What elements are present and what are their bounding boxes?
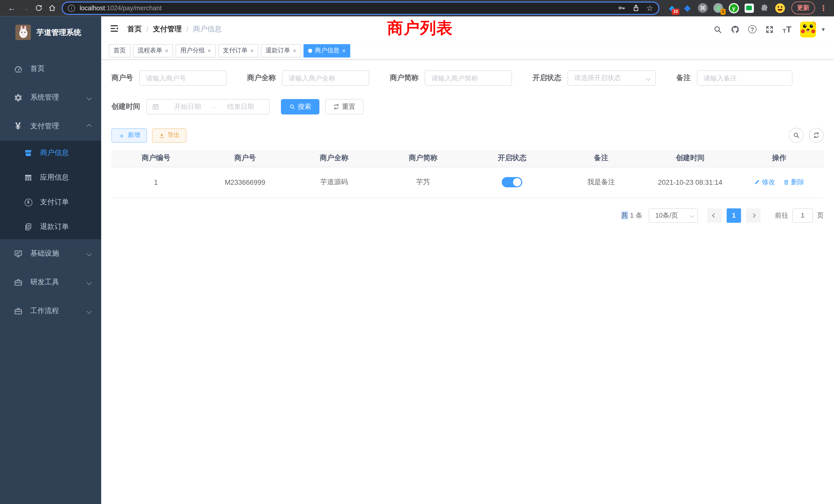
tab-merchant-info[interactable]: 商户信息× xyxy=(304,44,350,57)
extension-badge: 10 xyxy=(672,9,679,15)
search-button[interactable]: 搜索 xyxy=(281,99,320,114)
close-icon[interactable]: × xyxy=(207,47,211,54)
app-header: 首页 / 支付管理 / 商户信息 ? TT ▼ xyxy=(101,17,834,42)
add-button[interactable]: ＋新增 xyxy=(111,128,147,142)
active-dot xyxy=(308,48,312,53)
status-toggle[interactable] xyxy=(502,177,522,187)
browser-profile-avatar[interactable] xyxy=(774,3,785,13)
full-name-label: 商户全称 xyxy=(247,73,276,83)
extension-blue-diamond-icon[interactable]: ◆10 xyxy=(666,3,677,13)
chevron-up-icon xyxy=(87,124,92,129)
cell-remark: 我是备注 xyxy=(557,167,646,198)
caret-down-icon[interactable]: ▼ xyxy=(821,26,826,32)
browser-menu-icon[interactable]: ⋮ xyxy=(818,3,829,13)
tab-home[interactable]: 首页 xyxy=(109,44,130,57)
header-status: 开启状态 xyxy=(467,150,557,167)
grid-icon xyxy=(23,174,34,182)
sidebar-item-merchant-info[interactable]: 商户信息 xyxy=(0,141,101,165)
sidebar-item-app-info[interactable]: 应用信息 xyxy=(0,165,101,190)
close-icon[interactable]: × xyxy=(293,47,296,54)
download-icon xyxy=(159,132,165,138)
breadcrumb-payment[interactable]: 支付管理 xyxy=(153,25,182,34)
help-icon[interactable]: ? xyxy=(748,25,756,33)
prev-page-button[interactable] xyxy=(707,208,722,223)
tab-process-form[interactable]: 流程表单× xyxy=(133,44,173,57)
cell-create-time: 2021-10-23 08:31:14 xyxy=(646,167,735,198)
current-page-button[interactable]: 1 xyxy=(727,208,741,223)
header-actions: ? TT ▼ xyxy=(713,21,826,37)
sidebar-item-system[interactable]: 系统管理 xyxy=(0,83,101,112)
create-time-range-input[interactable]: 开始日期 - 结束日期 xyxy=(146,99,270,114)
close-icon[interactable]: × xyxy=(250,47,254,54)
close-icon[interactable]: × xyxy=(342,47,346,54)
url-text: localhost:1024/pay/merchant xyxy=(80,4,617,12)
sidebar-logo[interactable]: 芋道管理系统 xyxy=(0,17,101,48)
sidebar-item-dev-tools[interactable]: 研发工具 xyxy=(0,268,101,297)
delete-link[interactable]: 删除 xyxy=(783,178,804,187)
gear-icon xyxy=(12,93,24,102)
toggle-search-button[interactable] xyxy=(789,128,804,143)
sidebar-collapse-icon[interactable] xyxy=(109,23,119,35)
annotation-title: 商户列表 xyxy=(387,18,453,39)
refresh-table-button[interactable] xyxy=(809,128,824,143)
page-content: 商户号 商户全称 商户简称 开启状态 请选择开启状态 xyxy=(101,60,834,504)
fullscreen-icon[interactable] xyxy=(765,25,774,33)
reset-button[interactable]: 重置 xyxy=(325,99,364,114)
font-size-icon[interactable]: TT xyxy=(783,25,791,33)
github-icon[interactable] xyxy=(731,25,740,33)
edit-link[interactable]: 修改 xyxy=(754,178,775,187)
tab-refund-order[interactable]: 退款订单× xyxy=(261,44,301,57)
site-info-icon[interactable]: i xyxy=(68,4,75,12)
goto-label: 前往 xyxy=(775,211,788,220)
breadcrumb-home[interactable]: 首页 xyxy=(127,25,142,34)
chevron-down-icon xyxy=(87,280,92,285)
plus-icon: ＋ xyxy=(118,132,125,139)
extension-kite-icon[interactable]: ◆ xyxy=(682,3,693,13)
chevron-down-icon xyxy=(646,75,651,81)
extension-y-icon[interactable]: y xyxy=(728,3,739,13)
sidebar-item-home[interactable]: 首页 xyxy=(0,54,101,83)
remark-input[interactable] xyxy=(697,70,792,86)
status-select[interactable]: 请选择开启状态 xyxy=(568,70,656,86)
sidebar-item-pay-order[interactable]: ¥ 支付订单 xyxy=(0,190,101,214)
next-page-button[interactable] xyxy=(746,208,761,223)
bookmark-star-icon[interactable]: ☆ xyxy=(646,4,653,12)
address-bar[interactable]: i localhost:1024/pay/merchant ☆ xyxy=(62,1,659,15)
toolbox-icon xyxy=(12,278,24,287)
browser-home-button[interactable] xyxy=(45,1,59,15)
browser-reload-button[interactable] xyxy=(32,1,45,15)
browser-back-button[interactable]: ← xyxy=(5,1,19,15)
sidebar-item-refund-order[interactable]: 退款订单 xyxy=(0,214,101,239)
export-button[interactable]: 导出 xyxy=(152,128,186,142)
status-label: 开启状态 xyxy=(532,73,561,83)
dashboard-icon xyxy=(12,64,24,73)
screen: ← → i localhost:1024/pay/merchant ☆ ◆10 … xyxy=(0,0,834,504)
chevron-down-icon xyxy=(87,308,92,314)
merchant-no-input[interactable] xyxy=(139,70,226,86)
extensions-puzzle-icon[interactable] xyxy=(759,3,770,13)
share-icon[interactable] xyxy=(632,4,640,12)
tab-pay-order[interactable]: 支付订单× xyxy=(218,44,258,57)
header-actions: 操作 xyxy=(734,150,824,167)
close-icon[interactable]: × xyxy=(165,47,169,54)
short-name-input[interactable] xyxy=(425,70,512,86)
goto-page-input[interactable] xyxy=(792,208,813,223)
extension-command-icon[interactable]: ⌘ xyxy=(697,3,708,13)
browser-update-button[interactable]: 更新 xyxy=(791,2,815,14)
sidebar-item-payment[interactable]: ¥ 支付管理 xyxy=(0,112,101,141)
page-size-select[interactable]: 10条/页 xyxy=(649,208,698,223)
extension-chat-icon[interactable] xyxy=(744,3,754,13)
logo-bunny-image xyxy=(16,25,31,40)
search-icon xyxy=(793,132,799,139)
browser-forward-button[interactable]: → xyxy=(19,1,32,15)
sidebar-item-infrastructure[interactable]: 基础设施 xyxy=(0,239,101,268)
user-avatar[interactable] xyxy=(800,21,816,37)
full-name-input[interactable] xyxy=(282,70,369,86)
search-icon[interactable] xyxy=(713,25,722,33)
password-key-icon[interactable] xyxy=(617,4,625,12)
tab-user-group[interactable]: 用户分组× xyxy=(176,44,216,57)
create-time-label: 创建时间 xyxy=(111,102,140,111)
sidebar-item-workflow[interactable]: 工作流程 xyxy=(0,297,101,325)
extension-recorder-icon[interactable]: 1 xyxy=(713,3,724,13)
pagination: 共1条 10条/页 1 前往 页 xyxy=(111,208,824,223)
